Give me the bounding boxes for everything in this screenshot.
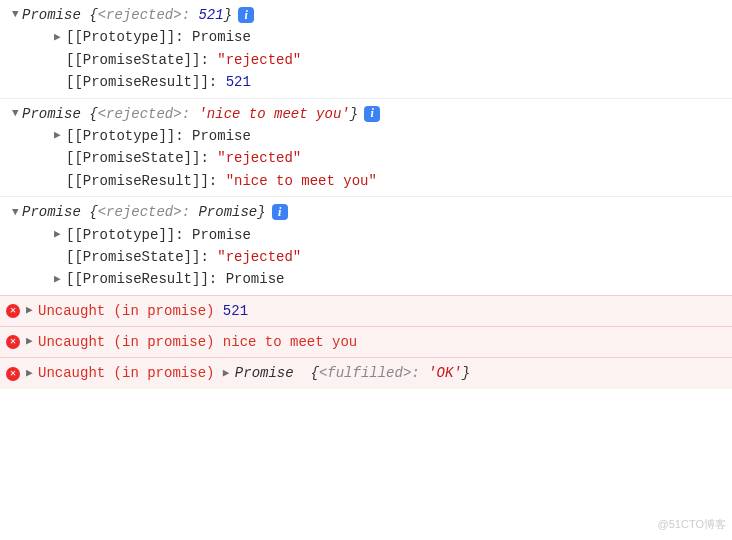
close-brace: } bbox=[462, 365, 470, 381]
colon: : bbox=[182, 4, 199, 26]
property-value: Promise bbox=[192, 125, 251, 147]
promise-state-row: [[PromiseState]]: "rejected" bbox=[54, 49, 732, 71]
promise-status-word: <rejected> bbox=[98, 4, 182, 26]
promise-result-preview: 'nice to meet you' bbox=[198, 103, 349, 125]
info-icon[interactable]: i bbox=[364, 106, 380, 122]
close-brace: } bbox=[257, 201, 265, 223]
property-value: Promise bbox=[192, 26, 251, 48]
property-key: [[Prototype]]: bbox=[66, 26, 184, 48]
expand-toggle-icon[interactable] bbox=[54, 127, 64, 145]
promise-result-preview: 'OK' bbox=[428, 365, 462, 381]
error-icon: ✕ bbox=[6, 304, 20, 318]
property-key: [[PromiseResult]]: bbox=[66, 268, 217, 290]
close-brace: } bbox=[350, 103, 358, 125]
property-value: "rejected" bbox=[217, 246, 301, 268]
spacer bbox=[209, 246, 217, 268]
expand-toggle-icon[interactable] bbox=[26, 365, 36, 383]
spacer bbox=[184, 26, 192, 48]
property-key: [[Prototype]]: bbox=[66, 125, 184, 147]
property-value: Promise bbox=[192, 224, 251, 246]
console-error-entry: ✕ Uncaught (in promise) 521 bbox=[0, 295, 732, 326]
promise-status-word: <rejected> bbox=[98, 103, 182, 125]
property-key: [[PromiseState]]: bbox=[66, 246, 209, 268]
open-brace: { bbox=[81, 4, 98, 26]
info-icon[interactable]: i bbox=[238, 7, 254, 23]
error-prefix: Uncaught (in promise) bbox=[38, 362, 214, 384]
object-children: [[Prototype]]: Promise [[PromiseState]]:… bbox=[54, 224, 732, 291]
expand-toggle-icon[interactable] bbox=[26, 302, 36, 320]
object-children: [[Prototype]]: Promise [[PromiseState]]:… bbox=[54, 125, 732, 192]
spacer bbox=[209, 49, 217, 71]
promise-result-row: [[PromiseResult]]: 521 bbox=[54, 71, 732, 93]
open-brace: { bbox=[81, 103, 98, 125]
object-preview-row: Promise { <rejected> : 'nice to meet you… bbox=[12, 103, 732, 125]
spacer bbox=[214, 331, 222, 353]
promise-result-row: [[PromiseResult]]: Promise bbox=[54, 268, 732, 290]
error-value: 521 bbox=[223, 300, 248, 322]
promise-result-preview: Promise bbox=[198, 201, 257, 223]
property-key: [[PromiseResult]]: bbox=[66, 71, 217, 93]
property-value: Promise bbox=[226, 268, 285, 290]
expand-toggle-icon[interactable] bbox=[12, 204, 22, 222]
open-brace: { bbox=[81, 201, 98, 223]
spacer bbox=[217, 170, 225, 192]
prototype-row: [[Prototype]]: Promise bbox=[54, 26, 732, 48]
spacer bbox=[214, 300, 222, 322]
expand-toggle-icon[interactable] bbox=[12, 6, 22, 24]
expand-toggle-icon[interactable] bbox=[54, 29, 64, 47]
console-log-entry: Promise { <rejected> : Promise } i [[Pro… bbox=[0, 196, 732, 295]
error-icon: ✕ bbox=[6, 367, 20, 381]
promise-status-word: <rejected> bbox=[98, 201, 182, 223]
spacer bbox=[217, 71, 225, 93]
object-children: [[Prototype]]: Promise [[PromiseState]]:… bbox=[54, 26, 732, 93]
inline-promise-preview: Promise {<fulfilled>: 'OK'} bbox=[235, 362, 470, 384]
property-key: [[PromiseState]]: bbox=[66, 147, 209, 169]
error-prefix: Uncaught (in promise) bbox=[38, 300, 214, 322]
expand-toggle-icon[interactable] bbox=[12, 105, 22, 123]
prototype-row: [[Prototype]]: Promise bbox=[54, 224, 732, 246]
colon: : bbox=[182, 103, 199, 125]
spacer bbox=[209, 147, 217, 169]
expand-toggle-icon[interactable] bbox=[54, 226, 64, 244]
spacer bbox=[184, 224, 192, 246]
expand-toggle-icon[interactable] bbox=[54, 271, 64, 289]
console-log-entry: Promise { <rejected> : 521 } i [[Prototy… bbox=[0, 0, 732, 98]
property-key: [[PromiseState]]: bbox=[66, 49, 209, 71]
property-value: "nice to meet you" bbox=[226, 170, 377, 192]
spacer bbox=[214, 362, 222, 384]
expand-toggle-icon[interactable] bbox=[26, 333, 36, 351]
colon: : bbox=[182, 201, 199, 223]
close-brace: } bbox=[224, 4, 232, 26]
colon: : bbox=[411, 365, 428, 381]
object-class-label: Promise bbox=[235, 365, 294, 381]
property-value: 521 bbox=[226, 71, 251, 93]
object-class-label: Promise bbox=[22, 4, 81, 26]
property-value: "rejected" bbox=[217, 49, 301, 71]
promise-state-row: [[PromiseState]]: "rejected" bbox=[54, 147, 732, 169]
console-error-entry: ✕ Uncaught (in promise) Promise {<fulfil… bbox=[0, 357, 732, 388]
console-error-entry: ✕ Uncaught (in promise) nice to meet you bbox=[0, 326, 732, 357]
spacer bbox=[217, 268, 225, 290]
error-icon: ✕ bbox=[6, 335, 20, 349]
promise-status-word: <fulfilled> bbox=[319, 365, 411, 381]
expand-toggle-icon[interactable] bbox=[223, 365, 233, 383]
error-prefix: Uncaught (in promise) bbox=[38, 331, 214, 353]
prototype-row: [[Prototype]]: Promise bbox=[54, 125, 732, 147]
property-key: [[Prototype]]: bbox=[66, 224, 184, 246]
info-icon[interactable]: i bbox=[272, 204, 288, 220]
console-log-entry: Promise { <rejected> : 'nice to meet you… bbox=[0, 98, 732, 197]
object-preview-row: Promise { <rejected> : Promise } i bbox=[12, 201, 732, 223]
promise-result-preview: 521 bbox=[198, 4, 223, 26]
error-value: nice to meet you bbox=[223, 331, 357, 353]
object-preview-row: Promise { <rejected> : 521 } i bbox=[12, 4, 732, 26]
open-brace: { bbox=[302, 365, 319, 381]
object-class-label: Promise bbox=[22, 103, 81, 125]
promise-state-row: [[PromiseState]]: "rejected" bbox=[54, 246, 732, 268]
spacer bbox=[184, 125, 192, 147]
property-value: "rejected" bbox=[217, 147, 301, 169]
object-class-label: Promise bbox=[22, 201, 81, 223]
promise-result-row: [[PromiseResult]]: "nice to meet you" bbox=[54, 170, 732, 192]
property-key: [[PromiseResult]]: bbox=[66, 170, 217, 192]
